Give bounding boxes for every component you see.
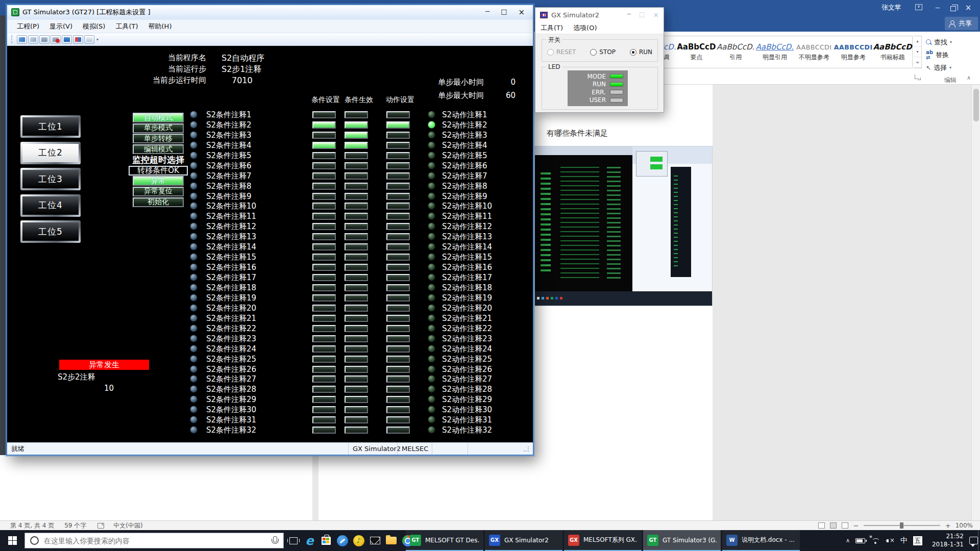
action-set-bar <box>386 274 410 281</box>
condition-indicator <box>190 416 198 423</box>
embedded-screenshot-image[interactable] <box>534 146 713 306</box>
restore-button[interactable] <box>945 3 961 13</box>
gallery-scroll-icon[interactable]: ≡ <box>914 57 921 68</box>
gallery-scroll-icon[interactable]: ▴ <box>914 36 921 47</box>
open-project-icon[interactable] <box>17 35 27 44</box>
table-row: S2条件注释31 S2动作注释31 <box>7 415 533 424</box>
select-button[interactable]: ↖ 选择 ▾ <box>926 61 975 74</box>
table-row: S2条件注释28 S2动作注释28 <box>7 385 533 394</box>
action-label: S2动作注释17 <box>442 273 492 282</box>
resize-grip[interactable] <box>524 446 529 452</box>
radio-option[interactable]: RESET <box>547 48 576 56</box>
zoom-level[interactable]: 100% <box>955 522 973 529</box>
tray-expand-icon[interactable]: ∧ <box>846 537 850 544</box>
start-button[interactable] <box>0 530 24 551</box>
gallery-scroll-icon[interactable]: ▾ <box>914 47 921 58</box>
screen-image-icon[interactable] <box>62 35 72 44</box>
radio-option[interactable]: RUN <box>630 48 652 56</box>
clock[interactable]: 21:52 2018-1-31 <box>928 533 964 548</box>
store-icon[interactable] <box>320 534 332 547</box>
collapse-ribbon-icon[interactable]: ∧ <box>967 74 971 81</box>
style-gallery-item[interactable]: AaBbCcD 书籍标题 <box>873 36 912 68</box>
find-button[interactable]: 查找 ▾ <box>926 36 975 48</box>
stop-monitor-icon[interactable] <box>51 35 61 44</box>
wifi-icon[interactable] <box>871 537 880 544</box>
taskbar-search[interactable] <box>24 533 284 548</box>
taskbar-app-button[interactable]: GT GT Simulator3 (G... <box>643 530 721 551</box>
vertical-scrollbar[interactable] <box>971 85 980 520</box>
taskbar-app-button[interactable]: GT MELSOFT GT Des... <box>406 530 483 551</box>
taskbar-app-button[interactable]: GX MELSOFT系列 GX... <box>564 530 642 551</box>
task-view-button[interactable] <box>287 534 300 547</box>
device-monitor-icon[interactable] <box>73 35 83 44</box>
condition-active-bar <box>345 132 368 139</box>
menu-item[interactable]: 工具(T) <box>111 20 142 33</box>
radio-option[interactable]: STOP <box>590 48 616 56</box>
close-button[interactable]: × <box>518 8 525 17</box>
close-button[interactable]: × <box>653 11 659 19</box>
maximize-button[interactable]: □ <box>639 11 645 19</box>
proofing-icon[interactable] <box>97 523 104 529</box>
word-count[interactable]: 59 个字 <box>64 521 86 530</box>
settings-tool-icon[interactable] <box>336 534 349 547</box>
taskbar-app-button[interactable]: GX GX Simulator2 <box>485 530 562 551</box>
action-set-bar <box>386 254 410 261</box>
style-gallery-item[interactable]: AaBbCcD. 明显引用 <box>755 36 795 68</box>
ime-mode-indicator[interactable]: 五 <box>913 536 922 545</box>
microphone-icon[interactable] <box>271 536 278 545</box>
condition-indicator <box>190 121 198 129</box>
scrollbar-thumb[interactable] <box>973 89 979 121</box>
menu-item[interactable]: 工具(T) <box>541 23 563 33</box>
setup-icon[interactable] <box>84 35 94 44</box>
zoom-in-button[interactable]: + <box>945 522 950 530</box>
monitor-icon[interactable] <box>39 35 50 44</box>
menu-item[interactable]: 帮助(H) <box>144 20 177 33</box>
menu-item[interactable]: 选项(O) <box>573 23 597 33</box>
menu-item[interactable]: 显示(V) <box>45 20 77 33</box>
style-gallery-item[interactable]: AaBbCcD 要点 <box>677 36 716 68</box>
edge-icon[interactable]: e <box>303 534 316 547</box>
file-explorer-icon[interactable] <box>385 534 398 547</box>
share-button[interactable]: 共享 <box>945 17 978 30</box>
gt-title-bar[interactable]: GT Simulator3 (GT27) [工程标题未设置 ] ─ □ × <box>7 5 533 19</box>
minimize-button[interactable]: ─ <box>627 11 631 19</box>
print-layout-icon[interactable] <box>830 522 837 529</box>
alarm-banner: 异常发生 <box>59 360 149 370</box>
close-button[interactable]: × <box>961 3 976 12</box>
show-desktop-button[interactable] <box>978 530 980 551</box>
menu-item[interactable]: 工程(P) <box>12 20 44 33</box>
save-project-icon[interactable] <box>28 35 38 44</box>
menu-item[interactable]: 模拟(S) <box>78 20 110 33</box>
read-mode-icon[interactable] <box>818 522 825 529</box>
styles-dialog-launcher-icon[interactable] <box>915 74 919 79</box>
style-gallery-item[interactable]: AABBCCDI 不明显参考 <box>794 36 834 68</box>
ribbon-display-options-icon[interactable] <box>915 4 930 12</box>
condition-active-bar <box>345 274 368 281</box>
gx-title-bar[interactable]: GX Simulator2 ─ □ × <box>535 8 664 22</box>
notification-center-icon[interactable] <box>969 537 978 544</box>
page-count[interactable]: 第 4 页, 共 4 页 <box>10 521 54 530</box>
language-indicator[interactable]: 中文(中国) <box>113 521 142 530</box>
action-set-bar <box>386 223 410 230</box>
web-layout-icon[interactable] <box>842 522 848 529</box>
condition-indicator <box>190 273 198 281</box>
replace-button[interactable]: ab⇄ 替换 <box>926 48 975 61</box>
minimize-button[interactable]: ─ <box>930 4 945 12</box>
zoom-slider-thumb[interactable] <box>900 522 903 529</box>
maximize-button[interactable]: □ <box>501 8 507 17</box>
volume-muted-icon[interactable] <box>886 537 895 544</box>
minimize-button[interactable]: ─ <box>485 8 489 17</box>
toolbar-grip[interactable] <box>11 35 13 43</box>
style-gallery-item[interactable]: AaBbCcD. 引用 <box>716 36 755 68</box>
taskbar-app-button[interactable]: W 说明文档.docx - ... <box>722 530 800 551</box>
music-icon[interactable]: ♪ <box>352 534 365 547</box>
zoom-out-button[interactable]: − <box>853 522 859 530</box>
battery-icon[interactable] <box>855 538 865 543</box>
ime-language-indicator[interactable]: 中 <box>900 536 908 545</box>
toolbar-overflow-icon[interactable]: ▾ <box>96 37 99 42</box>
style-gallery-item[interactable]: AABBCCDI 明显参考 <box>834 36 873 68</box>
zoom-slider[interactable] <box>864 525 940 526</box>
mail-icon[interactable] <box>369 534 381 547</box>
search-input[interactable] <box>44 537 266 545</box>
account-name[interactable]: 张文苹 <box>881 3 901 12</box>
